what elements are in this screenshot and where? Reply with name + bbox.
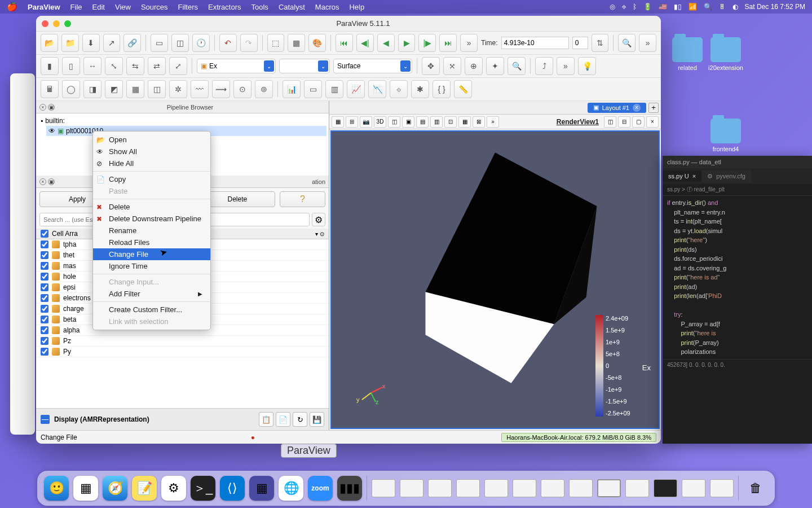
color-legend[interactable]: 2.4e+09 1.5e+9 1e+9 5e+8 0 -5e+8 -1e+9 -…	[595, 315, 652, 417]
rescale-icon[interactable]: ⇆	[126, 57, 144, 75]
array-checkbox[interactable]	[41, 262, 48, 270]
array-item[interactable]: Py	[36, 347, 329, 357]
save-icon[interactable]: 📁	[61, 34, 79, 52]
window-thumbnail[interactable]	[625, 479, 649, 497]
probe-icon[interactable]: ⟐	[390, 80, 408, 98]
extract-icon[interactable]: ◫	[148, 80, 166, 98]
menu-ignore-time[interactable]: Ignore Time	[93, 260, 210, 272]
ruler-icon[interactable]: 📏	[454, 80, 472, 98]
settings-icon[interactable]: ⚙	[161, 476, 186, 501]
array-checkbox[interactable]	[41, 348, 48, 356]
palette-icon[interactable]: 🎨	[308, 34, 326, 52]
window-thumbnail[interactable]	[569, 479, 593, 497]
export-icon[interactable]: ↗	[103, 34, 121, 52]
window-thumbnail[interactable]	[400, 479, 423, 497]
app-icon[interactable]: ▦	[249, 476, 274, 501]
menu-catalyst[interactable]: Catalyst	[279, 3, 305, 11]
siri-icon[interactable]: ◐	[732, 3, 738, 11]
group-icon[interactable]: ⊙	[233, 80, 251, 98]
window-thumbnail[interactable]	[682, 479, 705, 497]
eye-icon[interactable]: 👁	[48, 127, 55, 135]
apple-menu-icon[interactable]: 🍎	[7, 2, 17, 12]
menu-macros[interactable]: Macros	[315, 3, 339, 11]
close-icon[interactable]: ×	[692, 173, 696, 179]
cube-icon[interactable]: ◫	[171, 34, 189, 52]
copy-icon[interactable]: 📋	[259, 412, 273, 427]
rescale-icon[interactable]: ↔	[83, 57, 102, 75]
terminal-icon[interactable]: ＞_	[191, 476, 215, 501]
help-button[interactable]: ?	[280, 191, 325, 207]
window-thumbnail[interactable]	[654, 479, 677, 497]
chrome-icon[interactable]: 🌐	[279, 476, 303, 501]
wifi-icon[interactable]: 📶	[689, 3, 697, 11]
view-tool-icon[interactable]: ▣	[402, 116, 414, 128]
threshold-icon[interactable]: ▦	[126, 80, 144, 98]
menu-show-all[interactable]: 👁Show All	[93, 146, 210, 157]
view-tool-icon[interactable]: ▦	[332, 116, 344, 128]
more-icon[interactable]: »	[639, 34, 656, 52]
collapse-icon[interactable]: ▾ ⊙	[315, 231, 324, 237]
window-thumbnail[interactable]	[372, 479, 395, 497]
window-thumbnail[interactable]	[710, 479, 734, 497]
menu-extractors[interactable]: Extractors	[208, 3, 241, 11]
screenshot-icon[interactable]: 📷	[360, 116, 372, 128]
vscode-icon[interactable]: ⟨⟩	[220, 476, 245, 501]
error-indicator-icon[interactable]: ●	[251, 433, 255, 441]
desktop-folder[interactable]: related	[668, 37, 707, 71]
app-name[interactable]: ParaView	[28, 3, 60, 11]
menu-delete-downstream[interactable]: ✖Delete Downstream Pipeline	[93, 213, 210, 225]
split-vertical-icon[interactable]: ⊟	[618, 116, 630, 128]
next-frame-icon[interactable]: |▶	[418, 34, 436, 52]
desktop-folder[interactable]: i20extension	[706, 37, 745, 71]
rescale-icon[interactable]: ⤢	[169, 57, 187, 75]
window-thumbnail[interactable]	[484, 479, 508, 497]
vscode-terminal[interactable]: 452673] 0. 0. 0. 0. 0. 0.	[663, 359, 812, 370]
view-tool-icon[interactable]: ◫	[388, 116, 400, 128]
menu-reload-files[interactable]: Reload Files	[93, 237, 210, 248]
play-back-icon[interactable]: ◀	[377, 34, 395, 52]
play-icon[interactable]: ▶	[398, 34, 416, 52]
vscode-tab-active[interactable]: ss.py U×	[663, 170, 701, 182]
component-select[interactable]: ⌄	[279, 59, 330, 73]
view-tool-icon[interactable]: ⊠	[473, 116, 485, 128]
array-checkbox[interactable]	[41, 294, 48, 302]
array-checkbox[interactable]	[41, 273, 48, 281]
stream-icon[interactable]: 〰	[191, 80, 209, 98]
histogram-icon[interactable]: ▥	[325, 80, 343, 98]
menu-add-filter[interactable]: Add Filter▶	[93, 288, 210, 300]
layout-tab[interactable]: ▣ Layout #1 ×	[588, 103, 646, 113]
flag-icon[interactable]: 🇺🇸	[659, 3, 667, 11]
warp-icon[interactable]: ⟿	[212, 80, 230, 98]
menu-tools[interactable]: Tools	[251, 3, 268, 11]
chart-icon[interactable]: 📊	[283, 80, 301, 98]
menu-filters[interactable]: Filters	[178, 3, 198, 11]
last-frame-icon[interactable]: ⏭	[439, 34, 457, 52]
menu-rename[interactable]: Rename	[93, 225, 210, 237]
contour-icon[interactable]: ◯	[62, 80, 80, 98]
save-data-icon[interactable]: ⬇	[82, 34, 100, 52]
menu-view[interactable]: View	[115, 3, 131, 11]
tool-icon[interactable]: ⬚	[267, 34, 285, 52]
display-section-header[interactable]: — Display (AMRRepresentation) 📋 📄 ↻ 💾	[36, 408, 329, 430]
array-checkbox[interactable]	[41, 240, 48, 248]
coloring-field-select[interactable]: ▣ Ex ⌄	[197, 59, 276, 73]
gear-icon[interactable]: ⚙	[312, 213, 325, 226]
close-panel-icon[interactable]: ×	[39, 178, 46, 185]
collapse-icon[interactable]: —	[41, 415, 50, 424]
view-tool-icon[interactable]: ▦	[458, 116, 471, 128]
open-file-icon[interactable]: 📂	[41, 34, 58, 52]
code-editor[interactable]: if entry.is_dir() and plt_name = entry.n…	[663, 196, 812, 359]
view-tool-icon[interactable]: ⊞	[346, 116, 358, 128]
chart-icon[interactable]: ▭	[304, 80, 322, 98]
safari-icon[interactable]: 🧭	[103, 476, 127, 501]
menu-help[interactable]: Help	[349, 3, 364, 11]
tool-icon[interactable]: ▦	[288, 34, 305, 52]
window-thumbnail[interactable]	[456, 479, 480, 497]
redo-icon[interactable]: ↷	[240, 34, 258, 52]
launchpad-icon[interactable]: ▦	[73, 476, 98, 501]
zoom-icon[interactable]: zoom	[308, 476, 333, 501]
minimize-button[interactable]	[53, 20, 60, 27]
array-checkbox[interactable]	[41, 337, 48, 345]
search-icon[interactable]: 🔍	[704, 3, 712, 11]
3d-viewport[interactable]: 2.4e+09 1.5e+9 1e+9 5e+8 0 -5e+8 -1e+9 -…	[330, 130, 660, 429]
